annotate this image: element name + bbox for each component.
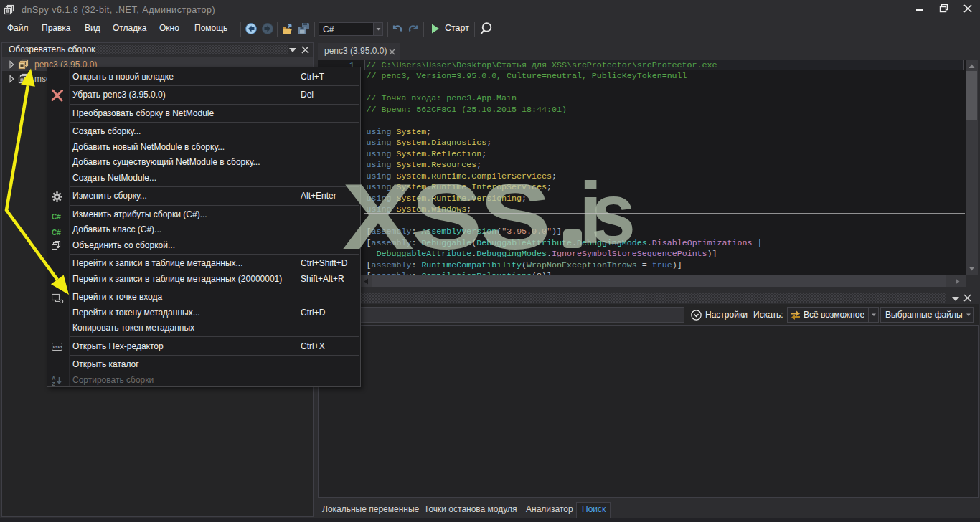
svg-text:Z: Z: [52, 381, 55, 386]
svg-text:0101: 0101: [53, 345, 62, 350]
